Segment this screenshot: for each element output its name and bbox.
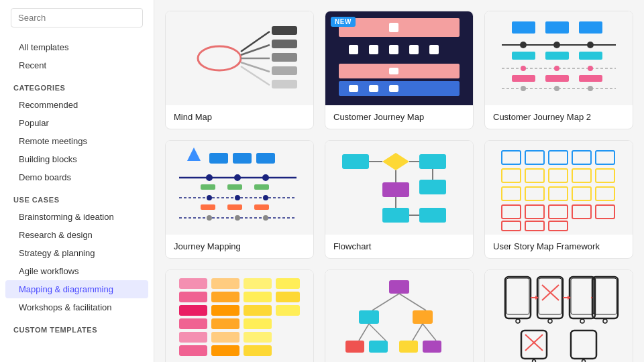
- svg-rect-125: [389, 280, 409, 294]
- svg-rect-94: [572, 187, 591, 200]
- svg-rect-20: [389, 68, 398, 74]
- svg-rect-25: [512, 21, 535, 34]
- svg-rect-11: [339, 18, 460, 37]
- svg-rect-99: [572, 205, 591, 219]
- svg-line-127: [399, 294, 426, 310]
- sidebar-item-workshops[interactable]: Workshops & facilitation: [5, 298, 148, 316]
- svg-rect-157: [521, 330, 547, 359]
- svg-point-53: [262, 174, 269, 181]
- card-label-journey: Journey Mapping: [166, 235, 313, 258]
- svg-line-131: [369, 324, 386, 341]
- card-preview-wireframe: [485, 270, 633, 362]
- template-card-retro[interactable]: Retro / Kanban: [165, 269, 314, 362]
- svg-rect-17: [409, 45, 419, 54]
- sidebar-item-research[interactable]: Research & design: [5, 226, 148, 244]
- svg-rect-40: [545, 75, 569, 82]
- svg-rect-10: [272, 80, 297, 88]
- svg-rect-14: [349, 45, 358, 54]
- card-preview-retro: [166, 270, 313, 362]
- template-card-journey[interactable]: Journey Mapping: [165, 140, 314, 259]
- svg-rect-93: [549, 187, 568, 200]
- svg-line-1: [241, 32, 270, 52]
- svg-rect-100: [596, 205, 614, 219]
- template-card-flowchart[interactable]: Flowchart: [325, 140, 474, 259]
- use-cases-title: USE CASES: [0, 186, 154, 208]
- svg-rect-68: [342, 154, 369, 169]
- svg-point-59: [235, 195, 240, 200]
- svg-rect-16: [389, 45, 398, 54]
- svg-point-67: [263, 215, 268, 221]
- svg-rect-103: [549, 221, 568, 231]
- new-badge: NEW: [331, 17, 356, 27]
- svg-rect-86: [502, 169, 521, 182]
- card-label-flowchart: Flowchart: [325, 235, 473, 258]
- svg-rect-34: [579, 52, 602, 60]
- svg-rect-128: [359, 310, 379, 324]
- svg-rect-114: [211, 332, 239, 343]
- template-card-cjm2[interactable]: Customer Journey Map 2: [484, 11, 633, 129]
- svg-point-37: [554, 66, 559, 71]
- svg-rect-92: [525, 187, 544, 200]
- template-card-cjm[interactable]: NEW: [325, 11, 474, 129]
- svg-line-4: [241, 62, 270, 72]
- sidebar-item-popular[interactable]: Popular: [5, 114, 148, 132]
- svg-rect-122: [276, 278, 300, 289]
- svg-point-60: [263, 195, 268, 200]
- svg-rect-89: [572, 169, 591, 182]
- svg-rect-110: [211, 278, 239, 289]
- svg-rect-80: [419, 180, 446, 194]
- sidebar-item-mapping[interactable]: Mapping & diagramming: [5, 280, 148, 298]
- search-input[interactable]: [11, 8, 143, 27]
- svg-rect-85: [596, 151, 614, 164]
- svg-point-0: [198, 46, 241, 70]
- svg-rect-96: [502, 205, 521, 219]
- sidebar-item-remote-meetings[interactable]: Remote meetings: [5, 132, 148, 150]
- svg-line-126: [372, 294, 399, 310]
- svg-rect-8: [272, 53, 297, 62]
- svg-marker-70: [382, 153, 409, 170]
- card-preview-mindmap: [166, 11, 313, 105]
- svg-rect-74: [382, 182, 409, 197]
- svg-point-30: [553, 42, 560, 48]
- svg-rect-97: [525, 205, 544, 219]
- categories-title: CATEGORIES: [0, 74, 154, 96]
- svg-rect-61: [201, 204, 215, 210]
- svg-point-160: [582, 360, 586, 363]
- sidebar-item-agile[interactable]: Agile workflows: [5, 262, 148, 280]
- svg-rect-62: [227, 204, 242, 210]
- sidebar-link-all-templates[interactable]: All templates: [5, 38, 148, 56]
- svg-rect-149: [571, 278, 594, 314]
- svg-line-130: [359, 324, 369, 341]
- svg-rect-120: [244, 332, 272, 343]
- sidebar-item-brainstorming[interactable]: Brainstorming & ideation: [5, 208, 148, 226]
- svg-rect-117: [244, 292, 272, 302]
- template-card-wireframe[interactable]: Mobile Wireframe: [484, 269, 633, 362]
- svg-rect-112: [211, 305, 239, 316]
- template-card-mindmap[interactable]: Mind Map: [165, 11, 314, 129]
- sidebar-link-recent[interactable]: Recent: [5, 56, 148, 74]
- svg-point-140: [516, 319, 520, 323]
- template-card-network[interactable]: Network Diagram: [325, 269, 474, 362]
- svg-rect-136: [399, 341, 418, 353]
- card-preview-userstory: [485, 141, 633, 235]
- svg-rect-90: [596, 169, 614, 182]
- svg-rect-152: [594, 278, 616, 314]
- sidebar-item-demo-boards[interactable]: Demo boards: [5, 168, 148, 186]
- sidebar-item-recommended[interactable]: Recommended: [5, 96, 148, 114]
- svg-rect-121: [244, 345, 272, 356]
- svg-point-44: [554, 86, 559, 91]
- card-label-cjm2: Customer Journey Map 2: [485, 105, 633, 129]
- template-grid: Mind Map NEW: [165, 11, 633, 362]
- sidebar-item-building-blocks[interactable]: Building blocks: [5, 150, 148, 168]
- sidebar-item-strategy[interactable]: Strategy & planning: [5, 244, 148, 262]
- svg-rect-39: [512, 75, 535, 82]
- card-label-cjm: Customer Journey Map: [325, 105, 473, 129]
- svg-line-5: [241, 66, 270, 85]
- svg-point-51: [206, 174, 213, 181]
- svg-rect-26: [545, 21, 569, 34]
- svg-rect-109: [179, 345, 207, 356]
- svg-point-45: [588, 86, 593, 91]
- svg-rect-82: [525, 151, 544, 164]
- template-card-userstory[interactable]: User Story Map Framework: [484, 140, 633, 259]
- svg-rect-24: [389, 85, 398, 92]
